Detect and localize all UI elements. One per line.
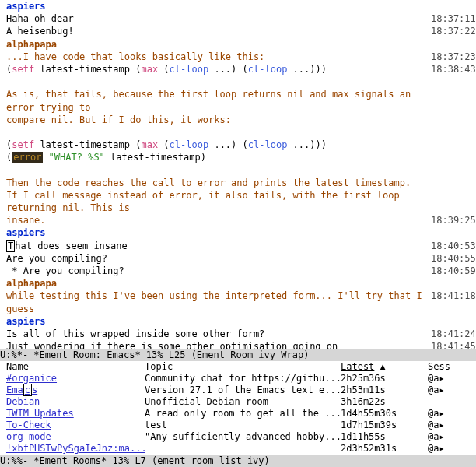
chat-line: alphapapa	[6, 38, 476, 51]
chat-line: aspiers	[6, 0, 476, 12]
table-row[interactable]: TWIM UpdatesA read only room to get all …	[0, 408, 476, 420]
timestamp: 18:39:25	[431, 214, 476, 226]
room-link[interactable]: org-mode	[6, 431, 51, 442]
room-link[interactable]: #organice	[6, 373, 57, 384]
chat-line: * Are you compiling?18:40:59	[6, 265, 476, 277]
chat-log[interactable]: aspiersHaha oh dear18:37:11A heisenbug!1…	[0, 0, 476, 349]
table-row[interactable]: EmacsVersion 27.1 of the Emacs text e...…	[0, 384, 476, 396]
chat-line: As is, that fails, because the first loo…	[6, 88, 476, 113]
text-cursor: T	[6, 240, 15, 252]
room-link[interactable]: !xbfPHSTwPySgaIeJnz:ma...	[6, 443, 145, 454]
timestamp: 18:37:11	[431, 12, 476, 25]
chat-line: If I call message instead of error, it a…	[6, 189, 476, 214]
chat-line	[6, 163, 476, 176]
rooms-list[interactable]: Name Topic Latest ▲ Sess #organiceCommun…	[0, 361, 476, 455]
room-session: @a▸	[428, 420, 476, 431]
nick-alphapapa[interactable]: alphapapa	[6, 39, 57, 50]
modeline-chat: U:%*- *Ement Room: Emacs* 13% L25 (Ement…	[0, 349, 476, 361]
timestamp: 18:37:23	[431, 51, 476, 63]
col-header-name[interactable]: Name	[0, 361, 145, 373]
room-latest: 3h16m22s	[341, 396, 428, 408]
room-latest: 1d4h55m30s	[341, 408, 428, 420]
chat-line: That does seem insane18:40:53	[6, 240, 476, 252]
room-session: @a▸	[428, 408, 476, 420]
room-latest: 1d7h15m39s	[341, 420, 428, 431]
chat-line: ...I have code that looks basically like…	[6, 51, 476, 63]
table-row[interactable]: To-Checktest1d7h15m39s@a▸	[0, 420, 476, 431]
nick-alphapapa[interactable]: alphapapa	[6, 278, 57, 289]
timestamp: 18:41:18	[431, 290, 476, 302]
col-header-topic[interactable]: Topic	[145, 361, 341, 373]
room-link[interactable]: Emacs	[6, 384, 37, 396]
room-topic	[145, 443, 341, 455]
timestamp: 18:38:43	[431, 63, 476, 75]
room-session	[428, 396, 476, 408]
chat-line: Then the code reaches the call to error …	[6, 177, 476, 189]
timestamp: 18:41:45	[431, 340, 476, 349]
room-session: @a▸	[428, 384, 476, 396]
timestamp: 18:40:55	[431, 252, 476, 265]
nick-aspiers[interactable]: aspiers	[6, 227, 46, 238]
modeline-rooms: U:%%- *Ement Rooms* 13% L7 (ement room l…	[0, 455, 476, 467]
chat-line: (error "WHAT? %S" latest-timestamp)	[6, 151, 476, 163]
timestamp: 18:40:53	[431, 240, 476, 252]
room-link[interactable]: TWIM Updates	[6, 408, 74, 419]
room-latest: 2h25m36s	[341, 373, 428, 384]
room-topic: Community chat for https://githu...	[145, 373, 341, 384]
timestamp: 18:40:59	[431, 265, 476, 277]
room-topic: Unofficial Debian room	[145, 396, 341, 408]
chat-line: while testing this I've been using the i…	[6, 290, 476, 314]
timestamp: 18:37:22	[431, 25, 476, 37]
chat-line: (setf latest-timestamp (max (cl-loop ...…	[6, 63, 476, 75]
rooms-header: Name Topic Latest ▲ Sess	[0, 361, 476, 373]
chat-line: compare nil. But if I do this, it works:	[6, 114, 476, 126]
room-session: @a▸	[428, 431, 476, 443]
room-topic: "Any sufficiently advanced hobby...	[145, 431, 341, 443]
nick-aspiers[interactable]: aspiers	[6, 1, 46, 12]
chat-line: aspiers	[6, 226, 476, 239]
chat-line	[6, 75, 476, 88]
room-topic: A read only room to get all the ...	[145, 408, 341, 420]
room-session: @a▸	[428, 373, 476, 384]
col-header-session[interactable]: Sess	[428, 361, 476, 373]
chat-line: Is all of this wrapped inside some other…	[6, 328, 476, 340]
room-link[interactable]: Debian	[6, 396, 40, 407]
table-row[interactable]: org-mode"Any sufficiently advanced hobby…	[0, 431, 476, 443]
room-link[interactable]: To-Check	[6, 420, 51, 430]
chat-line: Just wondering if there is some other op…	[6, 340, 476, 349]
chat-line: alphapapa	[6, 277, 476, 290]
col-header-latest[interactable]: Latest ▲	[341, 361, 428, 373]
table-row[interactable]: !xbfPHSTwPySgaIeJnz:ma...2d3h52m31s@a▸	[0, 443, 476, 455]
timestamp: 18:41:24	[431, 328, 476, 340]
chat-line: insane.18:39:25	[6, 214, 476, 226]
table-row[interactable]: DebianUnofficial Debian room3h16m22s	[0, 396, 476, 408]
room-latest: 2h53m11s	[341, 384, 428, 396]
chat-line	[6, 126, 476, 139]
room-session: @a▸	[428, 443, 476, 455]
chat-line: (setf latest-timestamp (max (cl-loop ...…	[6, 139, 476, 151]
text-cursor: c	[23, 384, 32, 396]
error-token: error	[12, 152, 43, 163]
room-latest: 2d3h52m31s	[341, 443, 428, 455]
nick-aspiers[interactable]: aspiers	[6, 316, 46, 327]
room-topic: Version 27.1 of the Emacs text e...	[145, 384, 341, 396]
chat-line: aspiers	[6, 315, 476, 328]
room-latest: 1d11h55s	[341, 431, 428, 443]
chat-line: A heisenbug!18:37:22	[6, 25, 476, 37]
chat-line: Are you compiling?18:40:55	[6, 252, 476, 265]
table-row[interactable]: #organiceCommunity chat for https://gith…	[0, 373, 476, 384]
room-topic: test	[145, 420, 341, 431]
chat-line: Haha oh dear18:37:11	[6, 12, 476, 25]
